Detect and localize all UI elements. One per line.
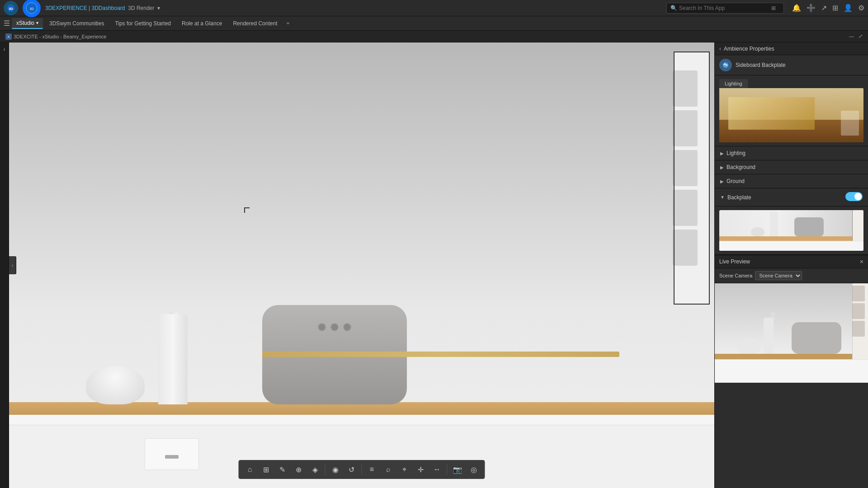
main: › [0, 42, 868, 488]
tool-render[interactable]: ◎ [467, 462, 481, 477]
search-icon: 🔍 [670, 5, 677, 11]
backplate-toggle[interactable] [845, 192, 863, 202]
panel-expand-icon: › [12, 263, 13, 268]
ground-section-label: Ground [726, 178, 745, 184]
speaker-stripe [262, 352, 619, 357]
cabinet-drawer [145, 438, 199, 470]
tool-layers[interactable]: ≡ [365, 462, 379, 477]
tool-move[interactable]: ✛ [414, 462, 428, 477]
lp-speaker [792, 322, 841, 354]
tool-grid[interactable]: ⊞ [259, 462, 274, 477]
speaker-btn-2 [330, 323, 339, 331]
shelf-front [9, 415, 714, 425]
search-input[interactable] [679, 5, 769, 11]
settings-icon[interactable]: ⚙ [858, 4, 864, 12]
compass-icon: 3D [23, 0, 41, 17]
deco-item-5 [673, 230, 698, 266]
app-logo: 3D [4, 1, 18, 15]
minimize-button[interactable]: — [849, 33, 854, 39]
tool-home[interactable]: ⌂ [243, 462, 257, 477]
backplate-title-row: Sideboard Backplate [715, 55, 868, 75]
panel-expand-button[interactable]: › [9, 256, 16, 274]
section-ground[interactable]: ▶ Ground [715, 174, 868, 188]
backplate-icon [719, 59, 732, 71]
nav-tab-role[interactable]: Role at a Glance [177, 19, 226, 28]
live-preview-section: Live Preview × Scene Camera Scene Camera [715, 255, 868, 383]
topbar-right: 🔔 ➕ ↗ ⊞ 👤 ⚙ [792, 4, 864, 12]
user-icon[interactable]: 👤 [844, 4, 853, 12]
bp-bottle [770, 211, 778, 236]
bp-bowl [751, 227, 764, 236]
speaker-btn-3 [343, 323, 351, 331]
deco-item-2 [673, 110, 698, 146]
lp-wall-deco [852, 286, 866, 337]
lp-bottle [764, 318, 774, 354]
nav-tab-xstudio[interactable]: xStudio ▾ [12, 18, 43, 29]
tool-rotate[interactable]: ↺ [344, 462, 359, 477]
tool-sphere[interactable]: ◉ [328, 462, 343, 477]
window-controls: — ⤢ [849, 33, 863, 39]
tool-transform[interactable]: ⊕ [292, 462, 306, 477]
nav-tab-3dswym[interactable]: 3DSwym Communities [45, 19, 108, 28]
lp-deco-1 [852, 286, 865, 301]
breadcrumb-icon: X [5, 33, 12, 40]
live-preview-close-button[interactable]: × [860, 258, 863, 265]
lp-deco-2 [852, 303, 865, 319]
backplate-toggle-switch[interactable] [845, 192, 863, 201]
speaker-btn-1 [318, 323, 326, 331]
backplate-preview-section [715, 206, 868, 255]
lighting-tab[interactable]: Lighting [719, 79, 748, 88]
ambience-properties-header: ‹ Ambience Properties [715, 42, 868, 55]
topbar: 3D 3D 3DEXPERIENCE | 3DDashboard 3D Rend… [0, 0, 868, 16]
section-backplate[interactable]: ▼ Backplate [715, 188, 868, 206]
panel-collapse-icon[interactable]: ‹ [719, 46, 721, 52]
nav-tab-role-label: Role at a Glance [182, 20, 222, 27]
lighting-section-label: Lighting [726, 150, 745, 156]
camera-dropdown[interactable]: Scene Camera [755, 271, 802, 280]
tool-axis[interactable]: ↔ [430, 462, 444, 477]
lighting-preview-section: Lighting [715, 75, 868, 146]
notification-icon[interactable]: 🔔 [792, 4, 801, 12]
tool-edit[interactable]: ✎ [275, 462, 290, 477]
camera-select-row: Scene Camera Scene Camera [715, 268, 868, 283]
connect-icon[interactable]: ⊞ [832, 4, 838, 12]
sidebar-toggle[interactable]: › [4, 46, 5, 52]
maximize-button[interactable]: ⤢ [859, 33, 863, 39]
add-icon[interactable]: ➕ [807, 4, 816, 12]
tool-camera[interactable]: 📷 [450, 462, 465, 477]
svg-text:X: X [7, 35, 10, 39]
nav-tab-xstudio-arrow: ▾ [36, 20, 38, 25]
search-bar[interactable]: 🔍 ⊞ [666, 3, 784, 14]
nav-tab-3dswym-label: 3DSwym Communities [49, 20, 104, 27]
nav-tab-tips-label: Tips for Getting Started [115, 20, 171, 27]
bp-cabinet [719, 241, 863, 251]
live-preview-title: Live Preview [719, 258, 750, 265]
tool-zoom[interactable]: ⌕ [381, 462, 396, 477]
section-lighting[interactable]: ▶ Lighting [715, 146, 868, 160]
sideboard-backplate-label: Sideboard Backplate [736, 62, 786, 68]
toolbar-divider-1 [325, 464, 326, 475]
section-background[interactable]: ▶ Background [715, 160, 868, 174]
live-preview-header: Live Preview × [715, 255, 868, 268]
cursor-indicator [244, 207, 250, 213]
add-tab-button[interactable]: ＋ [283, 18, 292, 29]
deco-item-3 [673, 150, 698, 186]
lp-cabinet [715, 359, 868, 383]
backplate-section-label: Backplate [727, 194, 751, 201]
nav-tab-rendered[interactable]: Rendered Content [228, 19, 282, 28]
camera-select-label: Scene Camera [719, 273, 752, 278]
background-section-label: Background [726, 164, 755, 170]
tool-pan[interactable]: ⌖ [397, 462, 412, 477]
hamburger-icon[interactable]: ☰ [4, 19, 10, 28]
navbar: ☰ xStudio ▾ 3DSwym Communities Tips for … [0, 16, 868, 31]
tool-select[interactable]: ◈ [308, 462, 322, 477]
backplate-arrow-icon: ▼ [720, 195, 725, 200]
svg-text:3D: 3D [9, 7, 13, 11]
lighting-preview-image [719, 88, 863, 142]
lighting-arrow-icon: ▶ [720, 151, 724, 156]
share-icon[interactable]: ↗ [821, 4, 827, 12]
deco-item-4 [673, 190, 698, 226]
search-magnify-icon: ⊞ [771, 5, 776, 11]
viewport[interactable]: ⌂ ⊞ ✎ ⊕ ◈ ◉ ↺ ≡ ⌕ ⌖ ✛ ↔ 📷 ◎ › [9, 42, 714, 488]
nav-tab-tips[interactable]: Tips for Getting Started [110, 19, 175, 28]
